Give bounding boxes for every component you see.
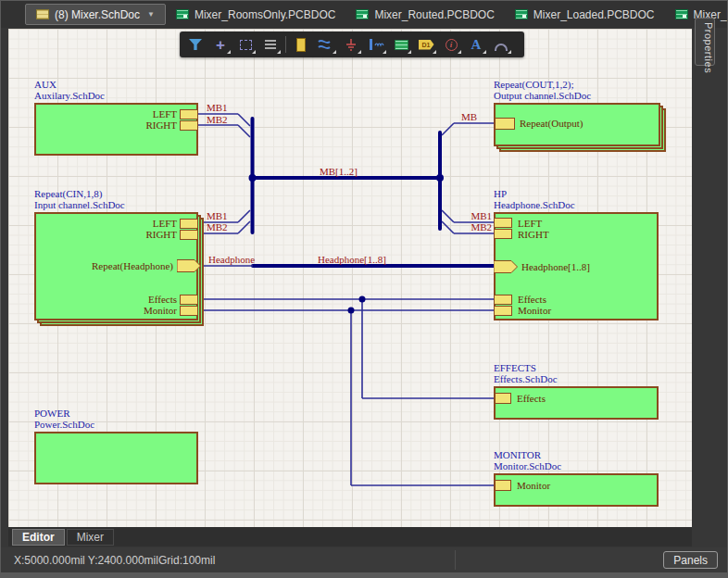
sheet-title-effects[interactable]: EFFECTS Effects.SchDoc — [494, 362, 558, 384]
net-label-mb-bus[interactable]: MB[1..2] — [320, 167, 358, 177]
part-icon — [296, 38, 306, 52]
port-cin-right[interactable] — [180, 230, 198, 240]
tab-editor[interactable]: Editor — [12, 529, 65, 546]
port-label-hp-headphone: Headphone[1..8] — [521, 261, 590, 272]
panels-button[interactable]: Panels — [663, 551, 718, 569]
net-label-mb[interactable]: MB — [461, 112, 477, 122]
sheet-designator: AUX — [34, 79, 105, 90]
port-label-cin-effects: Effects — [119, 294, 177, 305]
port-hp-right[interactable] — [494, 229, 512, 239]
schematic-canvas[interactable]: AUX Auxilary.SchDoc LEFT RIGHT Repeat(CO… — [8, 29, 692, 527]
sheet-title-cin[interactable]: Repeat(CIN,1,8) Input channel.SchDoc — [34, 188, 125, 210]
port-cin-left[interactable] — [180, 219, 198, 229]
net-label-cin-mb2[interactable]: MB2 — [207, 222, 228, 232]
bus-entry-hp-right[interactable] — [442, 221, 454, 233]
no-erc-icon: i — [446, 39, 458, 51]
bus-entry-aux-left[interactable] — [238, 114, 250, 126]
port-label-hp-left: LEFT — [518, 218, 542, 229]
tab-label: Mixer_Loaded.PCBDOC — [533, 8, 655, 21]
schdoc-icon — [36, 9, 49, 19]
harness-icon — [368, 37, 384, 52]
sheet-title-aux[interactable]: AUX Auxilary.SchDoc — [34, 79, 105, 101]
tab-mixer-schdoc[interactable]: (8) Mixer.SchDoc ▼ — [25, 4, 166, 25]
junction-bus-left — [249, 174, 257, 182]
port-cin-effects[interactable] — [180, 295, 198, 305]
place-text-button[interactable]: A — [464, 33, 488, 56]
arc-icon — [495, 44, 508, 51]
align-button[interactable] — [258, 33, 282, 56]
port-out-repeat-output[interactable] — [495, 118, 515, 130]
net-label-cin-mb1[interactable]: MB1 — [207, 211, 228, 221]
port-label-hp-right: RIGHT — [518, 229, 549, 240]
port-label-cin-right: RIGHT — [119, 229, 177, 240]
port-label-cin-left: LEFT — [119, 218, 177, 229]
place-part-button[interactable] — [289, 33, 313, 56]
port-monitor[interactable] — [495, 480, 511, 491]
net-label-aux-mb1[interactable]: MB1 — [207, 103, 228, 113]
tab-mixer-view[interactable]: Mixer — [67, 529, 114, 546]
place-power-port-button[interactable] — [339, 33, 363, 56]
port-aux-right[interactable] — [180, 120, 198, 131]
tab-mixer-loaded-pcbdoc[interactable]: Mixer_Loaded.PCBDOC — [505, 4, 665, 25]
bus-entry-hp-left[interactable] — [442, 210, 454, 222]
port-effects[interactable] — [495, 393, 511, 404]
port-cin-repeat-headphone[interactable] — [177, 259, 201, 272]
filter-icon — [189, 39, 202, 50]
sheet-symbol-icon — [395, 40, 408, 50]
port-label-aux-left: LEFT — [119, 108, 177, 119]
port-aux-left[interactable] — [180, 109, 198, 119]
net-label-headphone-bus[interactable]: Headphone[1..8] — [318, 255, 386, 265]
net-label-hp-mb2[interactable]: MB2 — [466, 222, 492, 232]
chevron-down-icon[interactable]: ▼ — [147, 10, 155, 19]
place-harness-button[interactable] — [364, 33, 388, 56]
sheet-filename: Output channel.SchDoc — [494, 90, 591, 101]
sheet-symbol-power[interactable] — [34, 432, 198, 484]
net-label-aux-mb2[interactable]: MB2 — [207, 115, 228, 125]
filter-button[interactable] — [183, 33, 207, 56]
junction-monitor — [348, 308, 355, 314]
designator-tag-icon: D1 — [419, 40, 434, 50]
annotate-button[interactable]: D1 — [414, 33, 438, 56]
bottom-tab-strip: Editor Mixer — [8, 527, 692, 547]
cursor-button[interactable]: + — [208, 33, 232, 56]
port-hp-headphone[interactable] — [494, 260, 518, 273]
tab-label: Mixer_Routed.PCBDOC — [374, 8, 494, 21]
sheet-title-monitor[interactable]: MONITOR Monitor.SchDoc — [494, 449, 561, 471]
status-bar: X:5000.000mil Y:2400.000mil Grid:100mil … — [1, 547, 728, 572]
gnd-icon — [344, 37, 358, 52]
junction-effects — [359, 296, 366, 303]
sheet-designator: MONITOR — [494, 449, 561, 460]
bus-entry-out-mb[interactable] — [442, 123, 454, 135]
text-icon: A — [471, 37, 482, 53]
sheet-filename: Power.SchDoc — [34, 419, 94, 430]
port-label-cin-headphone: Repeat(Headphone) — [62, 260, 173, 271]
tab-mixer-routed-pcbdoc[interactable]: Mixer_Routed.PCBDOC — [345, 4, 504, 25]
selection-rect-icon — [240, 40, 252, 50]
sheet-title-out[interactable]: Repeat(COUT,1,2); Output channel.SchDoc — [494, 79, 591, 101]
sheet-designator: EFFECTS — [494, 362, 558, 373]
place-directive-button[interactable]: i — [439, 33, 463, 56]
port-hp-monitor[interactable] — [494, 306, 512, 316]
pcbdoc-icon — [176, 9, 189, 19]
bus-entry-cin-right[interactable] — [238, 221, 250, 233]
sheet-title-hp[interactable]: HP Headphone.SchDoc — [494, 188, 575, 210]
bus-entry-cin-left[interactable] — [238, 210, 250, 222]
window-bottom-edge — [1, 572, 728, 578]
port-hp-effects[interactable] — [494, 295, 512, 305]
place-arc-button[interactable] — [489, 33, 513, 56]
place-wire-button[interactable] — [314, 33, 338, 56]
bus-entry-aux-right[interactable] — [238, 125, 250, 137]
port-label-aux-right: RIGHT — [119, 119, 177, 131]
tab-mixer-roomsonly-pcbdoc[interactable]: Mixer_RoomsOnly.PCBDOC — [166, 4, 345, 25]
properties-panel-tab[interactable]: Properties — [695, 18, 715, 66]
port-cin-monitor[interactable] — [180, 306, 198, 316]
net-label-hp-mb1[interactable]: MB1 — [466, 211, 492, 221]
port-label-monitor: Monitor — [517, 480, 550, 491]
sheet-title-power[interactable]: POWER Power.SchDoc — [34, 408, 94, 430]
pcbdoc-icon — [675, 9, 688, 19]
place-sheet-symbol-button[interactable] — [389, 33, 413, 56]
selection-button[interactable] — [233, 33, 257, 56]
net-label-headphone[interactable]: Headphone — [208, 255, 255, 265]
port-hp-left[interactable] — [494, 218, 512, 228]
sheet-filename: Input channel.SchDoc — [34, 199, 125, 210]
